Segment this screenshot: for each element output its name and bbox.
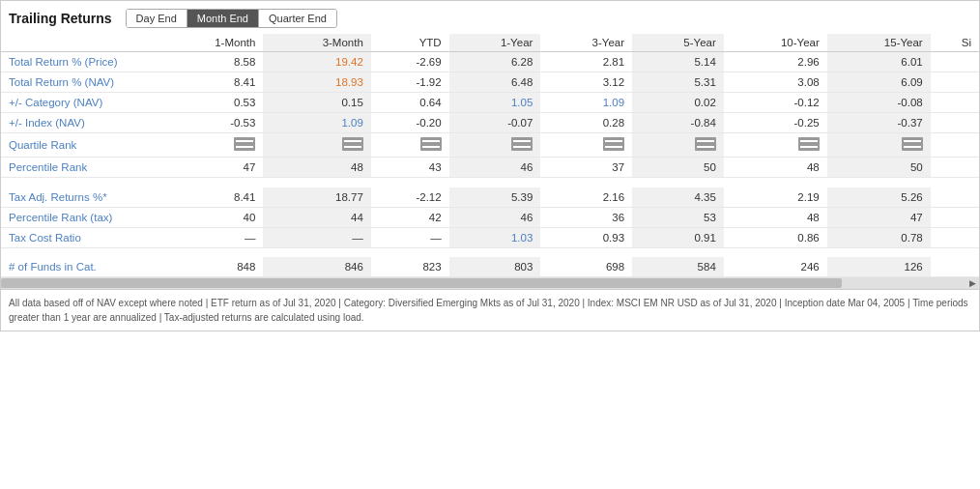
col-10year-header: 10-Year <box>724 34 827 52</box>
cell: 18.93 <box>263 72 370 93</box>
row-label: Percentile Rank (tax) <box>1 207 156 227</box>
table-row: Percentile Rank 47 48 43 46 37 50 48 50 <box>1 158 979 178</box>
cell: — <box>371 227 449 247</box>
cell: -0.20 <box>371 113 449 133</box>
cell: 2.81 <box>540 52 632 72</box>
col-ytd-header: YTD <box>371 34 449 52</box>
cell <box>632 133 724 158</box>
cell: 5.31 <box>632 72 724 93</box>
cell: 1.09 <box>540 93 632 113</box>
cell: 848 <box>156 257 263 277</box>
cell: 0.93 <box>540 227 632 247</box>
table-row: Percentile Rank (tax) 40 44 42 46 36 53 … <box>1 207 979 227</box>
tab-month-end[interactable]: Month End <box>187 10 259 27</box>
cell: 0.64 <box>371 93 449 113</box>
cell: 8.41 <box>156 187 263 208</box>
cell <box>540 133 632 158</box>
header-row: Trailing Returns Day End Month End Quart… <box>1 9 979 34</box>
cell: -0.37 <box>827 113 931 133</box>
cell: 8.58 <box>156 52 263 72</box>
cell: 1.03 <box>449 227 541 247</box>
cell: 46 <box>449 207 541 227</box>
cell <box>931 187 979 208</box>
cell: 3.12 <box>540 72 632 93</box>
cell: 803 <box>449 257 541 277</box>
cell: 8.41 <box>156 72 263 93</box>
cell: 1.05 <box>449 93 541 113</box>
cell: 47 <box>827 207 931 227</box>
cell: 6.28 <box>449 52 541 72</box>
cell: 19.42 <box>263 52 370 72</box>
cell <box>931 227 979 247</box>
row-label: Quartile Rank <box>1 133 156 158</box>
col-3year-header: 3-Year <box>540 34 632 52</box>
quartile-icon <box>511 137 533 151</box>
quartile-icon <box>798 137 820 151</box>
quartile-icon <box>603 137 624 151</box>
cell: 2.96 <box>724 52 827 72</box>
scroll-right-arrow[interactable]: ▶ <box>966 278 979 288</box>
cell <box>931 93 979 113</box>
cell <box>263 133 370 158</box>
row-label: Total Return % (NAV) <box>1 72 156 93</box>
tab-day-end[interactable]: Day End <box>127 10 187 27</box>
row-label: Total Return % (Price) <box>1 52 156 72</box>
cell: 47 <box>156 158 263 178</box>
cell: 53 <box>632 207 724 227</box>
table-row: # of Funds in Cat. 848 846 823 803 698 5… <box>1 257 979 277</box>
cell <box>449 133 541 158</box>
col-1year-header: 1-Year <box>449 34 541 52</box>
scroll-arrow-container: ◀ ▶ <box>1 277 979 289</box>
cell: 48 <box>724 207 827 227</box>
quartile-icon <box>695 137 716 151</box>
cell <box>156 133 263 158</box>
quartile-icon <box>902 137 923 151</box>
cell <box>827 133 931 158</box>
cell: 48 <box>724 158 827 178</box>
row-label: Tax Adj. Returns %* <box>1 187 156 208</box>
cell <box>931 158 979 178</box>
cell: 43 <box>371 158 449 178</box>
row-label: # of Funds in Cat. <box>1 257 156 277</box>
spacer-row <box>1 178 979 187</box>
tab-group: Day End Month End Quarter End <box>126 9 337 28</box>
cell: 50 <box>632 158 724 178</box>
cell <box>931 113 979 133</box>
cell: 50 <box>827 158 931 178</box>
cell: 0.28 <box>540 113 632 133</box>
cell: -0.25 <box>724 113 827 133</box>
cell: 698 <box>540 257 632 277</box>
row-label: Percentile Rank <box>1 158 156 178</box>
cell: 46 <box>449 158 541 178</box>
quartile-icon <box>234 137 255 151</box>
cell: -0.08 <box>827 93 931 113</box>
table-row: Total Return % (Price) 8.58 19.42 -2.69 … <box>1 52 979 72</box>
row-label: Tax Cost Ratio <box>1 227 156 247</box>
cell: 4.35 <box>632 187 724 208</box>
cell: 0.86 <box>724 227 827 247</box>
cell: 5.14 <box>632 52 724 72</box>
spacer-row <box>1 247 979 257</box>
page-title: Trailing Returns <box>9 11 112 26</box>
cell <box>931 72 979 93</box>
tab-quarter-end[interactable]: Quarter End <box>259 10 336 27</box>
scroll-thumb[interactable] <box>1 278 842 288</box>
cell <box>371 133 449 158</box>
returns-table: 1-Month 3-Month YTD 1-Year 3-Year 5-Year… <box>1 34 979 277</box>
cell: -0.53 <box>156 113 263 133</box>
horizontal-scrollbar[interactable]: ◀ ▶ <box>1 277 979 289</box>
cell: 0.02 <box>632 93 724 113</box>
table-wrap: 1-Month 3-Month YTD 1-Year 3-Year 5-Year… <box>1 34 979 277</box>
cell: 48 <box>263 158 370 178</box>
cell: 42 <box>371 207 449 227</box>
table-row: Tax Adj. Returns %* 8.41 18.77 -2.12 5.3… <box>1 187 979 208</box>
cell: — <box>156 227 263 247</box>
cell: 2.19 <box>724 187 827 208</box>
table-row: Quartile Rank <box>1 133 979 158</box>
cell: 246 <box>724 257 827 277</box>
col-si-header: Si <box>931 34 979 52</box>
cell: 44 <box>263 207 370 227</box>
cell: 37 <box>540 158 632 178</box>
col-15year-header: 15-Year <box>827 34 931 52</box>
cell: 0.53 <box>156 93 263 113</box>
